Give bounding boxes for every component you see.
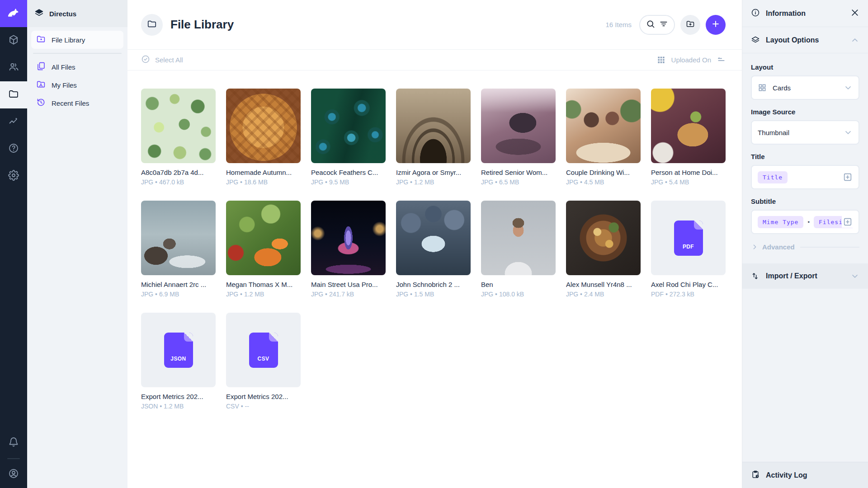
folder-icon [8, 89, 19, 101]
file-card[interactable]: Retired Senior Wom... JPG • 6.5 MB [481, 89, 556, 186]
file-title: Peacock Feathers C... [311, 169, 386, 176]
file-card[interactable]: JSON Export Metrics 202... JSON • 1.2 MB [141, 313, 216, 410]
upload-file-button[interactable] [706, 15, 726, 35]
document-icon: PDF [674, 221, 703, 256]
file-thumbnail [396, 201, 471, 275]
file-title: Alex Munsell Yr4n8 ... [566, 281, 641, 288]
nav-item-all-files[interactable]: All Files [31, 58, 123, 76]
app-window: Directus File Library All Files My Files… [0, 0, 868, 488]
module-insights-button[interactable] [0, 108, 27, 136]
file-card[interactable]: Michiel Annaert 2rc ... JPG • 6.9 MB [141, 201, 216, 298]
file-card[interactable]: Peacock Feathers C... JPG • 9.5 MB [311, 89, 386, 186]
file-thumbnail: CSV [226, 313, 301, 387]
module-files-button[interactable] [0, 81, 27, 108]
file-thumbnail [226, 201, 301, 275]
file-card[interactable]: Couple Drinking Wi... JPG • 4.5 MB [566, 89, 641, 186]
subtitle-template-field[interactable]: Mime Type • Filesize [751, 210, 859, 234]
file-card[interactable]: Person at Home Doi... JPG • 5.4 MB [651, 89, 726, 186]
select-all-button[interactable]: Select All [141, 55, 183, 65]
nav-items: File Library All Files My Files Recent F… [27, 27, 127, 116]
file-thumbnail [651, 89, 726, 163]
layout-select-value: Cards [773, 84, 844, 92]
image-source-select-value: Thumbnail [758, 129, 844, 136]
file-card[interactable]: Izmir Agora or Smyr... JPG • 1.2 MB [396, 89, 471, 186]
title-chip[interactable]: Title [758, 171, 788, 183]
subtitle-field-label: Subtitle [751, 197, 859, 205]
close-icon[interactable] [850, 8, 859, 19]
mime-type-chip[interactable]: Mime Type [758, 216, 803, 228]
file-title: Axel Rod Chi Play C... [651, 281, 726, 288]
project-header[interactable]: Directus [27, 0, 127, 27]
file-meta: JPG • 2.4 MB [566, 291, 641, 298]
chevron-down-icon [844, 128, 853, 137]
file-card[interactable]: Ben JPG • 108.0 kB [481, 201, 556, 298]
file-meta: JPG • 467.0 kB [141, 178, 216, 186]
layout-select[interactable]: Cards [751, 75, 859, 100]
page-icon-button[interactable] [141, 14, 163, 36]
module-content-button[interactable] [0, 27, 27, 54]
chevron-down-icon [850, 272, 859, 281]
document-type-label: PDF [683, 244, 694, 250]
search-bar[interactable] [639, 15, 675, 35]
folder-icon [147, 19, 157, 31]
nav-item-recent-files[interactable]: Recent Files [31, 94, 123, 112]
info-sidebar-title: Information [766, 9, 844, 18]
nav-item-my-files[interactable]: My Files [31, 76, 123, 94]
insights-icon [8, 116, 19, 128]
folder-star-icon [36, 34, 46, 46]
nav-item-file-library[interactable]: File Library [31, 31, 123, 49]
new-folder-button[interactable] [680, 15, 700, 35]
document-fold [269, 333, 278, 342]
image-source-select[interactable]: Thumbnail [751, 120, 859, 145]
file-title: Export Metrics 202... [226, 393, 301, 400]
file-title: Couple Drinking Wi... [566, 169, 641, 176]
module-users-button[interactable] [0, 54, 27, 81]
file-meta: JPG • 6.9 MB [141, 291, 216, 298]
sort-direction-icon[interactable] [717, 56, 726, 64]
advanced-label: Advanced [762, 243, 795, 251]
notifications-button[interactable] [0, 429, 27, 456]
file-meta: JPG • 18.6 MB [226, 178, 301, 186]
plus-icon [711, 19, 720, 30]
file-title: Export Metrics 202... [141, 393, 216, 400]
file-card[interactable]: John Schnobrich 2 ... JPG • 1.5 MB [396, 201, 471, 298]
file-card[interactable]: Alex Munsell Yr4n8 ... JPG • 2.4 MB [566, 201, 641, 298]
file-card[interactable]: Main Street Usa Pro... JPG • 241.7 kB [311, 201, 386, 298]
title-template-field[interactable]: Title [751, 165, 859, 189]
file-thumbnail [311, 89, 386, 163]
user-circle-icon [8, 468, 19, 481]
import-export-icon [751, 272, 760, 281]
file-meta: JPG • 1.2 MB [226, 291, 301, 298]
file-thumbnail [566, 201, 641, 275]
file-card[interactable]: Megan Thomas X M... JPG • 1.2 MB [226, 201, 301, 298]
module-help-button[interactable] [0, 136, 27, 163]
module-settings-button[interactable] [0, 163, 27, 190]
layout-field-label: Layout [751, 63, 859, 71]
user-menu-button[interactable] [0, 461, 27, 488]
filter-icon[interactable] [659, 19, 668, 30]
file-card[interactable]: CSV Export Metrics 202... CSV • -- [226, 313, 301, 410]
project-name: Directus [49, 10, 76, 18]
file-thumbnail: JSON [141, 313, 216, 387]
search-icon[interactable] [646, 19, 655, 30]
layout-options-body: Layout Cards Image Source Thumbnail Titl… [742, 53, 868, 253]
chip-separator: • [807, 219, 810, 225]
document-type-label: CSV [258, 356, 269, 362]
advanced-toggle[interactable]: Advanced [751, 243, 859, 251]
sort-field-button[interactable]: Uploaded On [671, 56, 711, 64]
file-card[interactable]: A8c0a7db 2b7a 4d... JPG • 467.0 kB [141, 89, 216, 186]
activity-log-button[interactable]: Activity Log [742, 462, 868, 488]
file-card[interactable]: PDF Axel Rod Chi Play C... PDF • 272.3 k… [651, 201, 726, 298]
import-export-accordion[interactable]: Import / Export [742, 263, 868, 289]
document-fold [694, 221, 703, 230]
add-field-button[interactable] [842, 216, 854, 228]
file-card[interactable]: Homemade Autumn... JPG • 18.6 MB [226, 89, 301, 186]
grid-layout-icon[interactable] [657, 56, 665, 64]
file-grid-scroll[interactable]: A8c0a7db 2b7a 4d... JPG • 467.0 kB Homem… [127, 70, 742, 488]
file-title: Main Street Usa Pro... [311, 281, 386, 288]
main-content: File Library 16 Items Select All Uploade… [127, 0, 742, 488]
document-type-label: JSON [170, 356, 186, 362]
add-field-button[interactable] [842, 171, 854, 183]
directus-logo[interactable] [0, 0, 27, 27]
layout-options-accordion[interactable]: Layout Options [742, 27, 868, 53]
